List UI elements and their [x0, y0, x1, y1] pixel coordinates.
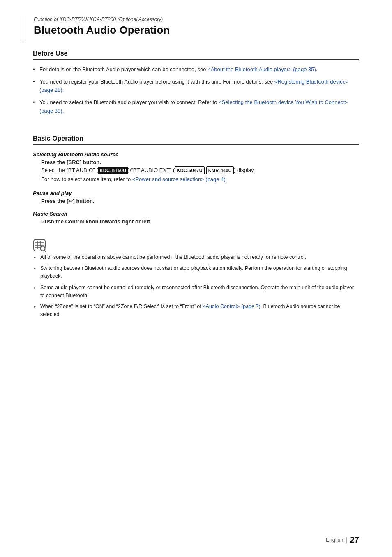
bullet-link-1: <About the Bluetooth Audio player> (page…	[208, 66, 317, 72]
page-subtitle: Function of KDC-BT50U/ KCA-BT200 (Option…	[34, 16, 359, 22]
svg-line-8	[44, 250, 46, 251]
footer-separator: |	[346, 536, 348, 544]
note-item: Some audio players cannot be controlled …	[33, 284, 359, 299]
note-item: When “2Zone” is set to “ON” and “2Zone F…	[33, 303, 359, 318]
footer-page-number: 27	[350, 535, 359, 545]
note-item: Switching between Bluetooth audio source…	[33, 265, 359, 280]
note-icon	[33, 239, 46, 252]
subsection-title-1: Selecting Bluetooth Audio source	[33, 151, 359, 158]
footer-lang: English	[326, 537, 344, 543]
bullet-text-1: For details on the Bluetooth Audio playe…	[39, 66, 208, 72]
step-source-refer: For how to select source item, refer to …	[33, 175, 359, 183]
step-bt-audio-detail: Select the “BT AUDIO” (KDC-BT50U)/“BT AU…	[33, 166, 359, 175]
step-pause-play: Press the [↩] button.	[33, 198, 359, 204]
badge-kmr-440u: KMR-440U	[206, 166, 234, 175]
badge-kdc-5047u: KDC-5047U	[175, 166, 205, 175]
basic-operation-section: Basic Operation Selecting Bluetooth Audi…	[33, 135, 359, 225]
before-use-title: Before Use	[33, 50, 359, 60]
step-press-src: Press the [SRC] button.	[33, 159, 359, 165]
notes-list: All or some of the operations above cann…	[33, 253, 359, 318]
subsection-title-3: Music Search	[33, 211, 359, 217]
step-music-search: Push the Control knob towards right or l…	[33, 218, 359, 225]
list-item: You need to register your Bluetooth Audi…	[33, 78, 359, 94]
basic-operation-title: Basic Operation	[33, 135, 359, 145]
list-item: You need to select the Bluetooth audio p…	[33, 98, 359, 115]
link-power-source: <Power and source selection> (page 4).	[132, 176, 227, 182]
footer: English | 27	[326, 535, 359, 545]
link-audio-control: <Audio Control> (page 7)	[203, 304, 260, 309]
left-accent-border	[23, 16, 23, 42]
list-item: For details on the Bluetooth Audio playe…	[33, 65, 359, 74]
note-item: All or some of the operations above cann…	[33, 253, 359, 261]
page-main-title: Bluetooth Audio Operation	[34, 24, 359, 37]
bullet-text-3: You need to select the Bluetooth audio p…	[39, 99, 219, 105]
before-use-list: For details on the Bluetooth Audio playe…	[33, 65, 359, 115]
subsection-title-2: Pause and play	[33, 190, 359, 196]
page: Function of KDC-BT50U/ KCA-BT200 (Option…	[0, 0, 392, 557]
bullet-text-2: You need to register your Bluetooth Audi…	[39, 79, 274, 85]
badge-kdc-bt50u: KDC-BT50U	[98, 167, 128, 174]
before-use-section: Before Use For details on the Bluetooth …	[33, 50, 359, 115]
